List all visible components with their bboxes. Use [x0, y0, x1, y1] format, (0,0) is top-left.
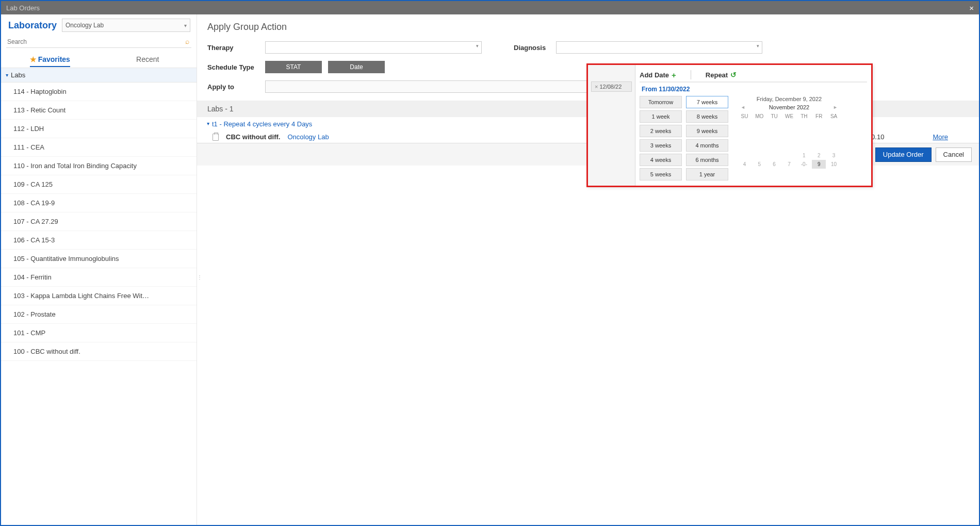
sidebar-group-labs[interactable]: ▸Labs	[1, 68, 197, 83]
quick-range-button[interactable]: 2 weeks	[640, 125, 682, 137]
calendar: Friday, December 9, 2022 ◄ November 2022…	[738, 96, 841, 180]
calendar-weekday: MO	[753, 112, 766, 120]
lab-selector[interactable]: Oncology Lab ▾	[62, 19, 190, 32]
date-button[interactable]: Date	[328, 61, 385, 73]
calendar-full-date: Friday, December 9, 2022	[738, 96, 841, 102]
therapy-select[interactable]	[265, 41, 482, 54]
main-panel: Apply Group Action Therapy Diagnosis Sch…	[197, 14, 979, 525]
chevron-down-icon: ▸	[5, 74, 10, 77]
quick-range-button[interactable]: 5 weeks	[640, 168, 682, 180]
quick-range-buttons: Tomorrow1 week2 weeks3 weeks4 weeks5 wee…	[640, 96, 728, 180]
quick-range-button[interactable]: 4 months	[686, 139, 728, 152]
remove-date-icon[interactable]: ×	[595, 84, 598, 90]
sidebar-item[interactable]: 110 - Iron and Total Iron Binding Capaci…	[1, 157, 197, 175]
chevron-down-icon: ▾	[184, 23, 187, 28]
sidebar-item[interactable]: 111 - CEA	[1, 138, 197, 157]
window-title: Lab Orders	[6, 4, 40, 12]
sidebar-item[interactable]: 105 - Quantitative Immunoglobulins	[1, 250, 197, 268]
from-date-text: From 11/30/2022	[642, 86, 867, 93]
calendar-day[interactable]: 7	[782, 160, 796, 169]
calendar-weekday: FR	[812, 112, 826, 120]
calendar-day[interactable]: 3	[827, 151, 841, 160]
clipboard-icon[interactable]	[213, 134, 219, 141]
calendar-day[interactable]: -0-	[797, 160, 811, 169]
repeat-tab[interactable]: Repeat ↺	[706, 71, 737, 79]
calendar-weekday: TU	[767, 112, 781, 120]
sidebar-item[interactable]: 112 - LDH	[1, 120, 197, 138]
calendar-prev-icon[interactable]: ◄	[741, 105, 745, 110]
sidebar-item[interactable]: 102 - Prostate	[1, 305, 197, 324]
diagnosis-select[interactable]	[556, 41, 762, 54]
sidebar-item[interactable]: 109 - CA 125	[1, 175, 197, 194]
quick-range-button[interactable]: 7 weeks	[686, 96, 728, 108]
update-order-button[interactable]: Update Order	[875, 147, 932, 162]
sidebar-list: 114 - Haptoglobin113 - Retic Count112 - …	[1, 83, 197, 525]
lab-order-name: CBC without diff.	[226, 133, 280, 141]
quick-range-button[interactable]: Tomorrow	[640, 96, 682, 108]
sidebar-item[interactable]: 107 - CA 27.29	[1, 212, 197, 231]
selected-dates-column: × 12/08/22	[588, 65, 635, 186]
calendar-day[interactable]: 4	[738, 160, 752, 169]
calendar-day	[767, 151, 781, 160]
splitter-handle[interactable]: ⋮	[197, 274, 202, 280]
schedule-type-label: Schedule Type	[207, 63, 259, 71]
calendar-next-icon[interactable]: ►	[833, 105, 838, 110]
add-date-tab[interactable]: Add Date +	[640, 71, 676, 79]
more-link[interactable]: More	[933, 133, 948, 141]
calendar-day[interactable]: 5	[753, 160, 766, 169]
divider	[691, 70, 691, 79]
stat-button[interactable]: STAT	[265, 61, 322, 73]
lab-order-location[interactable]: Oncology Lab	[287, 133, 329, 141]
cancel-button[interactable]: Cancel	[936, 147, 972, 162]
lab-selector-value: Oncology Lab	[66, 22, 104, 29]
tab-recent[interactable]: Recent	[99, 51, 197, 68]
sidebar-item[interactable]: 104 - Ferritin	[1, 268, 197, 287]
calendar-weekday: SA	[827, 112, 841, 120]
quick-range-button[interactable]: 1 year	[686, 168, 728, 180]
calendar-day[interactable]: 6	[767, 160, 781, 169]
diagnosis-label: Diagnosis	[514, 44, 550, 52]
sidebar-item[interactable]: 114 - Haptoglobin	[1, 83, 197, 101]
search-icon[interactable]: ⌕	[185, 37, 189, 45]
sidebar-title: Laboratory	[8, 20, 57, 31]
calendar-day	[753, 151, 766, 160]
calendar-day[interactable]: 10	[827, 160, 841, 169]
tab-favorites[interactable]: ★Favorites	[1, 51, 99, 68]
chevron-down-icon: ▸	[206, 123, 211, 125]
undo-icon: ↺	[730, 71, 737, 79]
quick-range-button[interactable]: 3 weeks	[640, 139, 682, 152]
calendar-day[interactable]: 2	[812, 151, 826, 160]
sidebar-item[interactable]: 103 - Kappa Lambda Light Chains Free Wit…	[1, 287, 197, 305]
section-title: Apply Group Action	[197, 14, 979, 38]
sidebar: Laboratory Oncology Lab ▾ ⌕ ★Favorites R…	[1, 14, 197, 525]
calendar-weekday: SU	[738, 112, 752, 120]
quick-range-button[interactable]: 9 weeks	[686, 125, 728, 137]
apply-to-label: Apply to	[207, 83, 259, 91]
date-picker-popup: × 12/08/22 Add Date + Repeat	[586, 63, 873, 187]
sidebar-item[interactable]: 100 - CBC without diff.	[1, 342, 197, 361]
quick-range-button[interactable]: 4 weeks	[640, 154, 682, 166]
calendar-day	[738, 151, 752, 160]
therapy-label: Therapy	[207, 44, 259, 52]
calendar-day	[782, 151, 796, 160]
calendar-day[interactable]: 9	[812, 160, 826, 169]
close-icon[interactable]: ×	[969, 4, 974, 12]
sidebar-item[interactable]: 101 - CMP	[1, 324, 197, 342]
sidebar-item[interactable]: 108 - CA 19-9	[1, 194, 197, 212]
calendar-day[interactable]: 1	[797, 151, 811, 160]
sidebar-item[interactable]: 106 - CA 15-3	[1, 231, 197, 250]
star-icon: ★	[30, 55, 37, 67]
calendar-month: November 2022	[769, 104, 809, 110]
calendar-weekday: TH	[797, 112, 811, 120]
sidebar-item[interactable]: 113 - Retic Count	[1, 101, 197, 120]
search-input[interactable]	[6, 36, 191, 48]
date-chip[interactable]: × 12/08/22	[591, 81, 632, 92]
plus-icon: +	[672, 71, 676, 79]
quick-range-button[interactable]: 8 weeks	[686, 110, 728, 123]
quick-range-button[interactable]: 6 months	[686, 154, 728, 166]
calendar-weekday: WE	[782, 112, 796, 120]
quick-range-button[interactable]: 1 week	[640, 110, 682, 123]
